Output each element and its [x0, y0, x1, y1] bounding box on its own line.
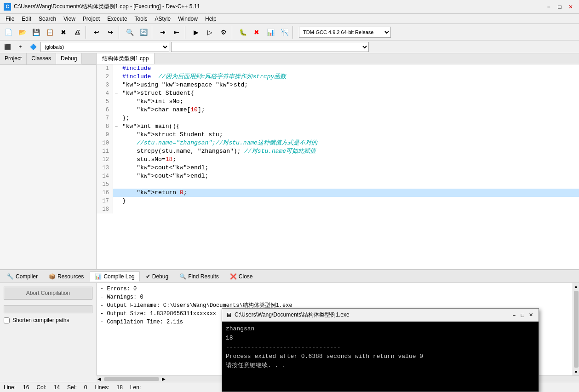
fold-btn-11: [113, 147, 120, 156]
code-content-14: "kw">cout<"kw">endl;: [120, 172, 208, 180]
menu-item-help[interactable]: Help: [201, 15, 220, 23]
tab-classes[interactable]: Classes: [27, 53, 56, 64]
console-title: C:\Users\Wang\Documents\结构体类型例1.exe: [235, 311, 510, 319]
console-close-button[interactable]: ✕: [527, 311, 535, 319]
menu-item-search[interactable]: Search: [35, 15, 60, 23]
console-minimize-button[interactable]: −: [510, 311, 518, 319]
find-button[interactable]: 🔍: [123, 26, 136, 39]
line-number-11: 11: [97, 147, 113, 156]
code-line-15: 15: [97, 180, 579, 189]
line-value: 16: [23, 384, 29, 391]
line-label: Line:: [4, 384, 16, 391]
log-line: - Errors: 0: [100, 285, 569, 293]
tab-compile-log[interactable]: 📊 Compile Log: [90, 271, 139, 282]
fold-btn-8[interactable]: −: [113, 122, 120, 131]
line-number-9: 9: [97, 131, 113, 139]
line-number-6: 6: [97, 106, 113, 114]
chart-button[interactable]: 📊: [264, 26, 277, 39]
file-tabs: 结构体类型例1.cpp: [97, 53, 579, 64]
scroll-h-thumb[interactable]: [104, 377, 159, 381]
class-icon[interactable]: ⬛: [2, 41, 13, 52]
fold-btn-10: [113, 139, 120, 147]
tab-project[interactable]: Project: [0, 53, 27, 64]
debug-button[interactable]: 🐛: [236, 26, 249, 39]
tab-close[interactable]: ❌ Close: [225, 271, 258, 282]
console-output-line: --------------------------------: [226, 343, 535, 352]
scroll-right-button[interactable]: ▶: [161, 376, 166, 381]
scroll-up-button[interactable]: ▲: [573, 283, 579, 290]
globals-selector[interactable]: (globals): [40, 42, 169, 52]
redo-button[interactable]: ↪: [104, 26, 117, 39]
save-all-button[interactable]: 📋: [43, 26, 56, 39]
scroll-thumb[interactable]: [574, 291, 579, 368]
code-editor[interactable]: 1#include2#include //因为后面用到c风格字符串操作如strc…: [97, 64, 579, 269]
console-output-line: 请按任意键继续. . .: [226, 361, 535, 370]
unindent-button[interactable]: ⇤: [170, 26, 183, 39]
chart2-button[interactable]: 📉: [278, 26, 291, 39]
sel-label: Sel:: [67, 384, 77, 391]
vertical-scrollbar[interactable]: ▲ ▼: [573, 283, 579, 375]
fold-btn-15: [113, 180, 120, 189]
code-line-8: 8−"kw">int main(){: [97, 122, 579, 131]
add-watch[interactable]: +: [15, 41, 26, 52]
function-selector[interactable]: [171, 42, 369, 52]
close-file-button[interactable]: ✖: [57, 26, 70, 39]
compile-log-tab-icon: 📊: [95, 273, 102, 280]
console-output-line: zhangsan: [226, 324, 535, 334]
save-button[interactable]: 💾: [29, 26, 42, 39]
menu-item-execute[interactable]: Execute: [103, 15, 131, 23]
tab-compiler[interactable]: 🔧 Compiler: [2, 271, 43, 282]
maximize-button[interactable]: □: [555, 2, 564, 12]
left-right-area: Project Classes Debug 结构体类型例1.cpp 1#incl…: [0, 53, 579, 269]
fold-btn-12: [113, 156, 120, 164]
tab-resources[interactable]: 📦 Resources: [44, 271, 89, 282]
shorten-paths-checkbox[interactable]: [4, 317, 10, 323]
line-number-5: 5: [97, 98, 113, 106]
scroll-left-button[interactable]: ◀: [97, 376, 102, 381]
compiler-selector[interactable]: TDM-GCC 4.9.2 64-bit Release: [299, 27, 391, 38]
code-line-12: 12 stu.sNo=18;: [97, 156, 579, 164]
stop-debug-button[interactable]: ✖: [250, 26, 263, 39]
menu-item-window[interactable]: Window: [174, 15, 201, 23]
console-titlebar: 🖥 C:\Users\Wang\Documents\结构体类型例1.exe − …: [222, 309, 539, 322]
fold-btn-16: [113, 189, 120, 197]
indent-button[interactable]: ⇥: [156, 26, 169, 39]
code-content-5: "kw">int sNo;: [120, 98, 183, 106]
undo-button[interactable]: ↩: [90, 26, 103, 39]
console-output-line: 18: [226, 334, 535, 343]
file-tab-main[interactable]: 结构体类型例1.cpp: [97, 53, 155, 64]
compile-run-button[interactable]: ▶: [189, 26, 202, 39]
left-panel: Project Classes Debug: [0, 53, 97, 269]
editor-area: 结构体类型例1.cpp 1#include2#include //因为后面用到c…: [97, 53, 579, 269]
compiler-tab-label: Compiler: [16, 273, 38, 280]
tab-debug[interactable]: Debug: [56, 53, 82, 64]
code-line-9: 9 "kw">struct Student stu;: [97, 131, 579, 139]
tab-find-results[interactable]: 🔍 Find Results: [174, 271, 224, 282]
code-line-4: 4−"kw">struct Student{: [97, 89, 579, 98]
close-button[interactable]: ✕: [566, 2, 575, 12]
fold-btn-4[interactable]: −: [113, 89, 120, 98]
show-scope[interactable]: 🔷: [28, 41, 39, 52]
app-icon: C: [4, 3, 11, 11]
menu-item-project[interactable]: Project: [79, 15, 103, 23]
tab-debug-bottom[interactable]: ✔ Debug: [141, 271, 173, 282]
new-button[interactable]: 📄: [2, 26, 15, 39]
menu-item-astyle[interactable]: AStyle: [151, 15, 175, 23]
code-content-11: strcpy(stu.name, "zhangsan"); //对stu.nam…: [120, 147, 316, 156]
menu-item-edit[interactable]: Edit: [18, 15, 35, 23]
minimize-button[interactable]: −: [544, 2, 553, 12]
menu-item-file[interactable]: File: [2, 15, 18, 23]
scroll-down-button[interactable]: ▼: [573, 369, 579, 375]
console-maximize-button[interactable]: □: [518, 311, 527, 319]
debug-tab-label: Debug: [152, 273, 168, 280]
menu-item-tools[interactable]: Tools: [131, 15, 151, 23]
print-button[interactable]: 🖨: [71, 26, 84, 39]
menu-item-view[interactable]: View: [60, 15, 79, 23]
open-button[interactable]: 📂: [16, 26, 29, 39]
abort-compilation-button[interactable]: Abort Compilation: [4, 287, 92, 300]
code-content-3: "kw">using "kw">namespace "kw">std;: [120, 81, 248, 89]
line-number-14: 14: [97, 172, 113, 180]
run-button[interactable]: ▷: [203, 26, 216, 39]
compile-button[interactable]: ⚙: [217, 26, 230, 39]
replace-button[interactable]: 🔄: [137, 26, 150, 39]
